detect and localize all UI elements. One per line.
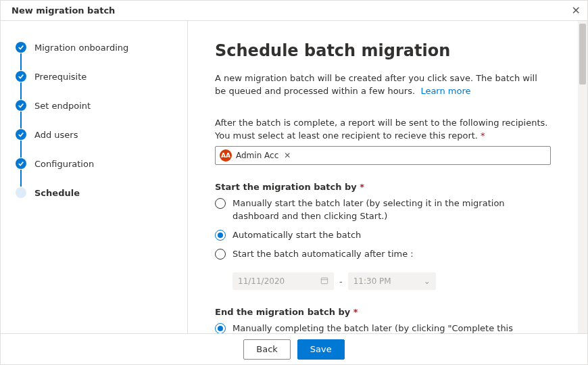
wizard-dialog: New migration batch ✕ Migration onboardi…: [0, 0, 588, 365]
start-by-label: Start the migration batch by *: [215, 182, 551, 192]
scrollbar[interactable]: [578, 21, 587, 333]
radio-icon[interactable]: [215, 198, 226, 209]
radio-label: Manually completing the batch later (by …: [232, 322, 551, 333]
back-button[interactable]: Back: [243, 339, 291, 360]
intro-text: A new migration batch will be created af…: [215, 72, 551, 98]
check-icon: [16, 42, 26, 53]
dash-separator: -: [339, 276, 343, 287]
end-by-label-text: End the migration batch by: [215, 307, 350, 317]
step-label: Migration onboarding: [34, 43, 128, 53]
step-label: Add users: [34, 130, 78, 140]
wizard-sidebar: Migration onboarding Prerequisite Set en…: [1, 21, 188, 333]
radio-label: Manually start the batch later (by selec…: [232, 197, 551, 222]
recipients-help-text: After the batch is complete, a report wi…: [215, 118, 547, 141]
wizard-steps: Migration onboarding Prerequisite Set en…: [16, 41, 174, 199]
step-add-users[interactable]: Add users: [16, 128, 174, 141]
learn-more-link[interactable]: Learn more: [420, 86, 470, 96]
start-by-radio-group: Manually start the batch later (by selec…: [215, 197, 551, 290]
start-date-input[interactable]: 11/11/2020: [232, 272, 334, 290]
scrollbar-thumb[interactable]: [579, 24, 586, 84]
required-mark: *: [353, 307, 358, 317]
content-area: Schedule batch migration A new migration…: [188, 21, 587, 333]
start-option-manual[interactable]: Manually start the batch later (by selec…: [215, 197, 551, 222]
remove-chip-icon[interactable]: ✕: [284, 151, 291, 160]
step-connector: [20, 53, 22, 70]
chevron-down-icon: ⌄: [424, 276, 431, 286]
step-connector: [20, 170, 22, 187]
intro-body: A new migration batch will be created af…: [215, 73, 537, 96]
check-icon: [16, 100, 26, 111]
radio-icon[interactable]: [215, 249, 226, 260]
page-title: Schedule batch migration: [215, 41, 551, 60]
radio-icon[interactable]: [215, 230, 226, 241]
main-content: Schedule batch migration A new migration…: [188, 21, 578, 333]
step-prerequisite[interactable]: Prerequisite: [16, 70, 174, 82]
radio-label: Automatically start the batch: [232, 229, 361, 241]
chip-name: Admin Acc: [236, 151, 278, 160]
step-set-endpoint[interactable]: Set endpoint: [16, 99, 174, 112]
dialog-title: New migration batch: [11, 5, 115, 16]
radio-label: Start the batch automatically after time…: [232, 248, 414, 260]
step-label: Schedule: [34, 188, 80, 198]
step-schedule[interactable]: Schedule: [16, 187, 174, 199]
start-datetime-row: 11/11/2020 - 11:30 PM ⌄: [232, 272, 551, 290]
start-option-auto[interactable]: Automatically start the batch: [215, 229, 551, 241]
dialog-footer: Back Save: [1, 333, 587, 364]
step-connector: [20, 141, 22, 157]
avatar: AA: [220, 149, 232, 162]
check-icon: [16, 158, 26, 169]
dialog-body: Migration onboarding Prerequisite Set en…: [1, 21, 587, 333]
recipients-input[interactable]: AA Admin Acc ✕: [215, 146, 551, 165]
end-by-radio-group: Manually completing the batch later (by …: [215, 322, 551, 333]
start-time-select[interactable]: 11:30 PM ⌄: [348, 272, 436, 290]
check-icon: [16, 129, 26, 140]
start-by-label-text: Start the migration batch by: [215, 182, 357, 192]
end-by-label: End the migration batch by *: [215, 307, 551, 317]
step-label: Prerequisite: [34, 72, 87, 82]
calendar-icon: [320, 276, 328, 287]
start-option-scheduled[interactable]: Start the batch automatically after time…: [215, 248, 551, 260]
current-step-icon: [16, 187, 26, 198]
save-button[interactable]: Save: [297, 339, 345, 360]
radio-icon[interactable]: [215, 323, 226, 333]
required-mark: *: [360, 182, 364, 192]
required-mark: *: [481, 130, 485, 141]
end-option-manual[interactable]: Manually completing the batch later (by …: [215, 322, 551, 333]
step-migration-onboarding[interactable]: Migration onboarding: [16, 41, 174, 53]
check-icon: [16, 71, 26, 82]
dialog-header: New migration batch ✕: [1, 1, 587, 21]
step-label: Set endpoint: [34, 101, 91, 111]
recipient-chip: AA Admin Acc ✕: [220, 149, 291, 162]
step-connector: [20, 82, 22, 99]
step-configuration[interactable]: Configuration: [16, 157, 174, 170]
svg-rect-0: [321, 278, 327, 284]
step-label: Configuration: [34, 159, 94, 169]
close-icon[interactable]: ✕: [572, 5, 581, 16]
recipients-help: After the batch is complete, a report wi…: [215, 117, 551, 143]
time-value: 11:30 PM: [353, 276, 391, 286]
date-value: 11/11/2020: [238, 276, 285, 286]
step-connector: [20, 112, 22, 128]
